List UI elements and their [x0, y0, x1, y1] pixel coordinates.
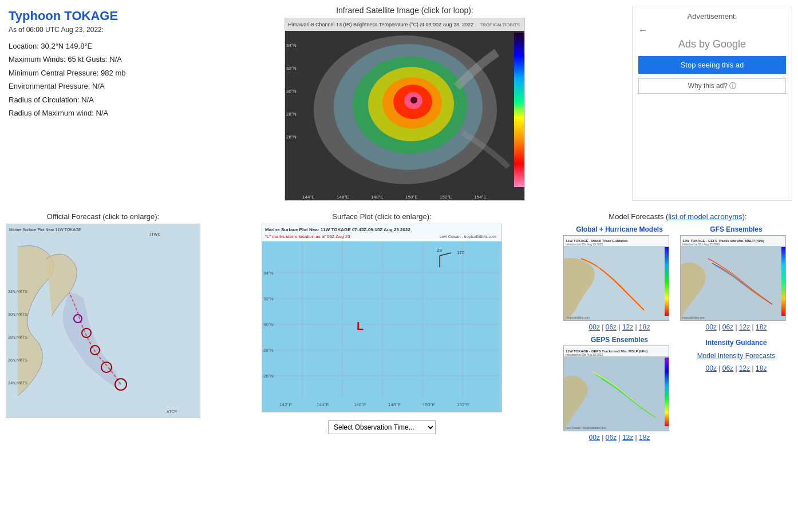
svg-text:Himawari-8 Channel 13 (IR) Bri: Himawari-8 Channel 13 (IR) Brightness Te…: [288, 22, 473, 27]
geps-00z-link[interactable]: 00z: [589, 434, 600, 442]
svg-rect-12: [514, 33, 524, 187]
svg-text:28°N: 28°N: [263, 348, 274, 353]
geps-label: GEPS Ensembles: [563, 336, 675, 344]
intensity-06z-link[interactable]: 06z: [722, 364, 733, 372]
env-pressure: Environmental Pressure: N/A: [9, 80, 175, 93]
models-title: Model Forecasts (list of model acronyms)…: [563, 212, 792, 221]
surface-title: Surface Plot (click to enlarge):: [206, 212, 558, 221]
geps-ensemble-model: GEPS Ensembles 11W TOKAGE - GEPS Tracks …: [563, 336, 675, 442]
gfs-12z-link[interactable]: 12z: [739, 323, 750, 331]
intensity-12z-link[interactable]: 12z: [739, 364, 750, 372]
stop-seeing-button[interactable]: Stop seeing this ad: [638, 56, 786, 74]
svg-text:tropicaltidbits.com: tropicaltidbits.com: [682, 316, 705, 319]
svg-rect-79: [781, 247, 786, 316]
ads-by-google: Ads by Google: [638, 38, 786, 50]
acronyms-link[interactable]: list of model acronyms: [668, 212, 742, 221]
ad-back-button[interactable]: ←: [638, 25, 647, 35]
model-grid: Global + Hurricane Models 11W TOKAGE - M…: [563, 225, 792, 442]
svg-text:34°N: 34°N: [286, 43, 297, 48]
geps-svg: 11W TOKAGE - GEPS Tracks and Min. MSLP (…: [564, 346, 669, 431]
svg-text:Initialized at 00z Aug 23 2022: Initialized at 00z Aug 23 2022: [566, 243, 603, 246]
svg-text:"L" marks storm location as of: "L" marks storm location as of 06Z Aug 2…: [265, 234, 350, 239]
svg-rect-73: [665, 247, 669, 316]
timestamp: As of 06:00 UTC Aug 23, 2022:: [9, 26, 175, 34]
global-hurricane-links: 00z | 06z | 12z | 18z: [563, 323, 675, 331]
global-hurricane-image[interactable]: 11W TOKAGE - Model Track Guidance Initia…: [563, 235, 669, 321]
forecast-panel: Official Forecast (click to enlarge):: [6, 212, 200, 442]
svg-text:TROPICALTIDBITS: TROPICALTIDBITS: [480, 22, 520, 27]
forecast-title: Official Forecast (click to enlarge):: [6, 212, 200, 221]
observation-time-select[interactable]: Select Observation Time...: [328, 420, 436, 434]
satellite-svg: Himawari-8 Channel 13 (IR) Brightness Te…: [285, 18, 525, 201]
intensity-18z-link[interactable]: 18z: [756, 364, 767, 372]
gfs-label: GFS Ensembles: [680, 225, 792, 233]
geps-06z-link[interactable]: 06z: [606, 434, 617, 442]
global-hurricane-svg: 11W TOKAGE - Model Track Guidance Initia…: [564, 236, 669, 321]
svg-text:Levi Cowan - tropicaltidbits.c: Levi Cowan - tropicaltidbits.com: [440, 235, 496, 239]
gfs-image[interactable]: 11W TOKAGE - GEFS Tracks and Min. MSLP (…: [680, 235, 786, 321]
geps-12z-link[interactable]: 12z: [622, 434, 633, 442]
svg-text:24N,MKTS: 24N,MKTS: [8, 381, 28, 385]
forecast-svg: Marine Surface Plot Near 11W TOKAGE JTWC…: [6, 224, 200, 418]
svg-text:28N,MKTS: 28N,MKTS: [8, 335, 28, 339]
satellite-title: Infrared Satellite Image (click for loop…: [183, 6, 626, 15]
top-row: Typhoon TOKAGE As of 06:00 UTC Aug 23, 2…: [6, 6, 792, 201]
svg-text:152°E: 152°E: [440, 194, 452, 200]
radius-max-wind: Radius of Maximum wind: N/A: [9, 106, 175, 120]
geps-image[interactable]: 11W TOKAGE - GEPS Tracks and Min. MSLP (…: [563, 346, 669, 431]
models-title-text: Model Forecasts (: [609, 212, 668, 221]
svg-text:154°E: 154°E: [474, 194, 487, 200]
svg-text:148°E: 148°E: [388, 402, 401, 407]
global-hurricane-label: Global + Hurricane Models: [563, 225, 675, 233]
global-12z-link[interactable]: 12z: [622, 323, 633, 331]
radius-circulation: Radius of Circulation: N/A: [9, 93, 175, 106]
svg-text:Levi Cowan - tropicaltidbits.c: Levi Cowan - tropicaltidbits.com: [566, 426, 606, 430]
svg-text:Marine Surface Plot Near 11W T: Marine Surface Plot Near 11W TOKAGE 07:4…: [265, 227, 410, 232]
global-00z-link[interactable]: 00z: [589, 323, 600, 331]
svg-point-8: [410, 97, 417, 104]
gfs-00z-link[interactable]: 00z: [706, 323, 717, 331]
svg-text:L: L: [357, 320, 364, 332]
svg-text:175: 175: [457, 250, 465, 255]
page-wrapper: Typhoon TOKAGE As of 06:00 UTC Aug 23, 2…: [0, 0, 798, 532]
svg-text:144°E: 144°E: [317, 402, 329, 407]
bottom-row: Official Forecast (click to enlarge):: [6, 212, 792, 442]
info-panel: Typhoon TOKAGE As of 06:00 UTC Aug 23, 2…: [6, 6, 177, 201]
intensity-links: 00z | 06z | 12z | 18z: [680, 364, 792, 372]
svg-rect-38: [262, 224, 502, 412]
intensity-forecasts-link[interactable]: Model Intensity Forecasts: [697, 352, 776, 360]
geps-links: 00z | 06z | 12z | 18z: [563, 434, 675, 442]
geps-18z-link[interactable]: 18z: [639, 434, 650, 442]
page-title: Typhoon TOKAGE: [9, 9, 175, 23]
global-18z-link[interactable]: 18z: [639, 323, 650, 331]
svg-text:tropicaltidbits.com: tropicaltidbits.com: [567, 316, 590, 319]
intensity-label: Intensity Guidance: [680, 339, 792, 347]
svg-rect-85: [665, 358, 669, 426]
svg-text:152°E: 152°E: [457, 402, 469, 407]
svg-text:28°N: 28°N: [286, 112, 297, 117]
satellite-panel: Infrared Satellite Image (click for loop…: [183, 6, 626, 201]
surface-image[interactable]: Marine Surface Plot Near 11W TOKAGE 07:4…: [262, 224, 502, 412]
global-06z-link[interactable]: 06z: [606, 323, 617, 331]
svg-text:26N,MKTS: 26N,MKTS: [8, 358, 28, 362]
forecast-image[interactable]: Marine Surface Plot Near 11W TOKAGE JTWC…: [6, 224, 200, 418]
svg-text:150°E: 150°E: [422, 402, 435, 407]
svg-text:Initialized at 00z Aug 23 2022: Initialized at 00z Aug 23 2022: [566, 353, 603, 356]
intensity-guidance: Intensity Guidance Model Intensity Forec…: [680, 336, 792, 442]
svg-text:Marine Surface Plot Near 11W T: Marine Surface Plot Near 11W TOKAGE: [9, 228, 81, 232]
svg-text:30N,MKTS: 30N,MKTS: [8, 312, 28, 316]
svg-text:32N,MKTS: 32N,MKTS: [8, 289, 28, 293]
svg-text:26°N: 26°N: [286, 134, 297, 140]
svg-text:148°E: 148°E: [371, 194, 384, 200]
gfs-svg: 11W TOKAGE - GEFS Tracks and Min. MSLP (…: [681, 236, 786, 321]
global-hurricane-model: Global + Hurricane Models 11W TOKAGE - M…: [563, 225, 675, 331]
svg-text:29: 29: [437, 248, 442, 253]
svg-text:30°N: 30°N: [263, 322, 274, 327]
intensity-00z-link[interactable]: 00z: [706, 364, 717, 372]
surface-panel: Surface Plot (click to enlarge): Marine …: [206, 212, 558, 442]
satellite-image[interactable]: Himawari-8 Channel 13 (IR) Brightness Te…: [285, 18, 525, 201]
gfs-18z-link[interactable]: 18z: [756, 323, 767, 331]
gfs-06z-link[interactable]: 06z: [722, 323, 733, 331]
models-title-end: ):: [742, 212, 747, 221]
why-this-ad[interactable]: Why this ad? ⓘ: [638, 78, 786, 94]
